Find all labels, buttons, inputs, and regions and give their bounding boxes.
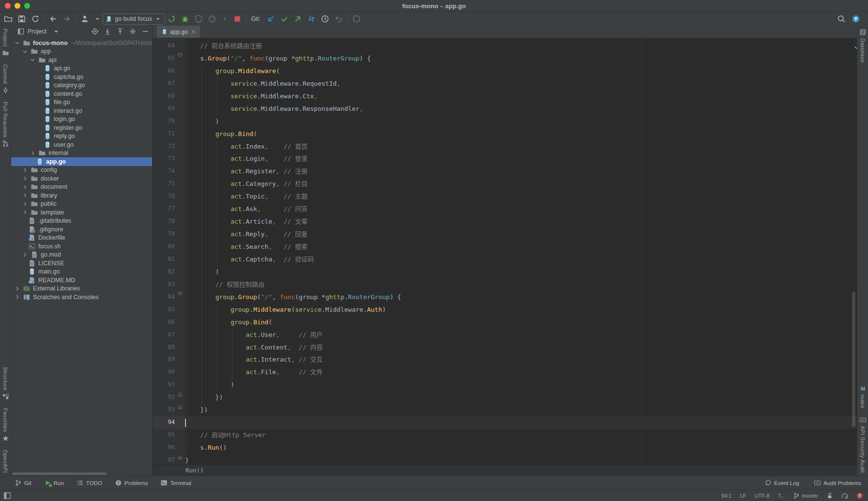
chevron-right-icon[interactable]: [22, 167, 28, 173]
code-line-80[interactable]: 80 act.Search, // 搜索: [153, 241, 857, 253]
user-dropdown-icon[interactable]: [94, 15, 101, 22]
code-line-81[interactable]: 81 act.Captcha, // 验证码: [153, 253, 857, 266]
tree-item-gitignore[interactable]: .gitignore: [11, 225, 152, 234]
code-line-92[interactable]: 92 }): [153, 391, 857, 404]
stripe-item-commit[interactable]: Commit: [2, 64, 9, 94]
tree-item-go-mod[interactable]: go.mod: [11, 251, 152, 259]
zoom-window-button[interactable]: [24, 3, 30, 9]
status-item-94-1[interactable]: 94:1: [721, 493, 731, 499]
code-line-67[interactable]: 67 service.Middleware.RequestId,: [153, 77, 857, 90]
tree-item-category-go[interactable]: category.go: [11, 81, 152, 90]
code-line-69[interactable]: 69 service.Middleware.ResponseHandler,: [153, 103, 857, 115]
tree-item-content-go[interactable]: content.go: [11, 90, 152, 98]
open-icon[interactable]: [4, 15, 13, 23]
chevron-right-icon[interactable]: [22, 184, 28, 190]
tree-item-document[interactable]: document: [11, 183, 152, 192]
sync-icon[interactable]: [31, 15, 40, 23]
status-item-t[interactable]: T...: [778, 493, 785, 499]
collapse-all-button[interactable]: [116, 28, 124, 35]
shield-icon[interactable]: [352, 15, 361, 23]
stripe-item-project[interactable]: Project: [2, 29, 9, 57]
git-fetch-icon[interactable]: [307, 15, 316, 23]
locate-file-button[interactable]: [91, 28, 99, 35]
rollback-icon[interactable]: [334, 15, 343, 23]
tree-item-api[interactable]: api: [11, 56, 152, 64]
history-icon[interactable]: [321, 15, 329, 23]
tree-item-public[interactable]: public: [11, 200, 152, 209]
tree-item-register-go[interactable]: register.go: [11, 123, 152, 132]
search-icon[interactable]: [837, 15, 846, 23]
stripe-item-pull-requests[interactable]: Pull Requests: [2, 102, 9, 147]
code-line-96[interactable]: 96 s.Run(): [153, 441, 857, 454]
code-line-73[interactable]: 73 act.Login, // 登录: [153, 152, 857, 165]
tool-window-button-run[interactable]: Run: [44, 479, 64, 486]
code-line-88[interactable]: 88 act.Content, // 内容: [153, 341, 857, 354]
hide-panel-button[interactable]: [141, 28, 149, 35]
code-line-77[interactable]: 77 act.Ask, // 问答: [153, 203, 857, 215]
code-editor[interactable]: 64 // 前台系统路由注册65 s.Group("/", func(group…: [153, 38, 857, 464]
tree-item-file-go[interactable]: file.go: [11, 98, 152, 107]
code-line-68[interactable]: 68 service.Middleware.Ctx,: [153, 90, 857, 103]
tree-item-internal[interactable]: internal: [11, 149, 152, 158]
code-line-70[interactable]: 70 ): [153, 115, 857, 128]
chevron-down-icon[interactable]: [30, 57, 36, 63]
status-item-utf-8[interactable]: UTF-8: [755, 493, 770, 499]
save-icon[interactable]: [17, 15, 26, 23]
code-line-66[interactable]: 66 group.Middleware(: [153, 65, 857, 77]
stripe-item-make[interactable]: Mmake: [859, 385, 867, 409]
forward-icon[interactable]: [62, 15, 71, 23]
chevron-right-icon[interactable]: [30, 150, 36, 156]
code-line-84[interactable]: 84 group.Group("/", func(group *ghttp.Ro…: [153, 291, 857, 304]
chevron-right-icon[interactable]: [22, 201, 28, 207]
status-item-lock[interactable]: [826, 492, 833, 499]
tree-item-dockerfile[interactable]: DDockerfile: [11, 234, 152, 243]
tree-item-interact-go[interactable]: interact.go: [11, 106, 152, 115]
project-view-icon[interactable]: [17, 28, 25, 35]
inspection-ok-icon[interactable]: [853, 42, 857, 51]
code-line-65[interactable]: 65 s.Group("/", func(group *ghttp.Router…: [153, 52, 857, 65]
tree-item-api-go[interactable]: api.go: [11, 64, 152, 73]
project-horizontal-scrollbar[interactable]: [12, 472, 107, 475]
code-line-95[interactable]: 95 // 启动Http Server: [153, 429, 857, 441]
minimize-window-button[interactable]: [15, 3, 20, 9]
stop-icon[interactable]: [233, 15, 242, 23]
tree-item-main-go[interactable]: main.go: [11, 268, 152, 276]
code-line-94[interactable]: 94: [153, 416, 857, 429]
code-line-91[interactable]: 91 ): [153, 379, 857, 391]
code-line-87[interactable]: 87 act.User, // 用户: [153, 329, 857, 341]
code-line-90[interactable]: 90 act.File, // 文件: [153, 366, 857, 379]
debug-icon[interactable]: [181, 15, 189, 23]
chevron-right-icon[interactable]: [14, 286, 20, 292]
tree-item-license[interactable]: LICENSE: [11, 259, 152, 268]
fold-marker-icon[interactable]: [175, 454, 185, 460]
coverage-icon[interactable]: [194, 15, 203, 23]
tree-item-docker[interactable]: docker: [11, 174, 152, 183]
tool-window-switcher-icon[interactable]: [3, 491, 12, 500]
tool-window-button-todo[interactable]: TODO: [77, 479, 102, 486]
status-item-master[interactable]: master: [793, 492, 818, 499]
close-window-button[interactable]: [5, 3, 11, 9]
stripe-item-database[interactable]: Database: [859, 29, 867, 63]
project-panel-title[interactable]: Project: [28, 28, 46, 35]
code-line-83[interactable]: 83 // 权限控制路由: [153, 278, 857, 291]
tree-item-external-libraries[interactable]: External Libraries: [11, 285, 152, 293]
git-commit-icon[interactable]: [280, 15, 289, 23]
stripe-item-openapi[interactable]: OpenAPI: [2, 450, 8, 473]
code-line-93[interactable]: 93 }): [153, 404, 857, 416]
close-icon[interactable]: [190, 29, 197, 35]
code-line-82[interactable]: 82 ): [153, 266, 857, 278]
tree-item-readme-md[interactable]: MDREADME.MD: [11, 276, 152, 285]
tree-item-gitattributes[interactable]: .gitattributes: [11, 217, 152, 226]
tree-item-config[interactable]: config: [11, 166, 152, 175]
tree-item-login-go[interactable]: login.go: [11, 115, 152, 124]
tree-item-user-go[interactable]: user.go: [11, 140, 152, 149]
chevron-right-icon[interactable]: [22, 192, 28, 198]
user-icon[interactable]: [80, 15, 89, 23]
fold-marker-icon[interactable]: [175, 52, 185, 59]
project-view-dropdown-icon[interactable]: [52, 28, 60, 35]
chevron-right-icon[interactable]: [22, 209, 28, 215]
stripe-item-favorites[interactable]: Favorites: [2, 408, 9, 442]
fold-marker-icon[interactable]: [175, 391, 185, 397]
code-line-76[interactable]: 76 act.Topic, // 主题: [153, 190, 857, 203]
code-line-75[interactable]: 75 act.Category, // 栏目: [153, 178, 857, 190]
